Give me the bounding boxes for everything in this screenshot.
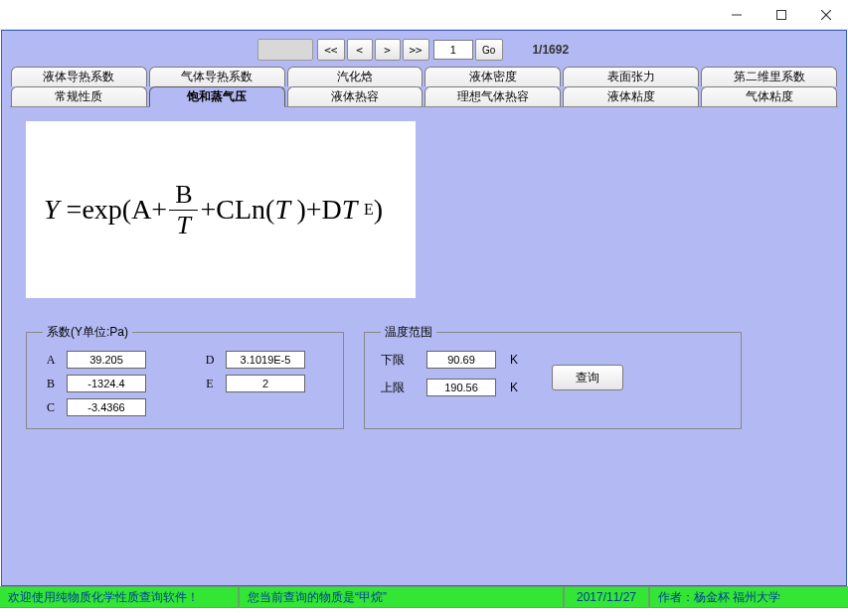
coef-c-input[interactable]: [67, 398, 146, 416]
coef-b-label: B: [43, 377, 59, 391]
coefficients-group: 系数(Y单位:Pa) A D B E C: [26, 324, 344, 429]
range-lower-unit: K: [510, 353, 522, 367]
query-button[interactable]: 查询: [552, 365, 623, 390]
tab-second-virial[interactable]: 第二维里系数: [701, 67, 837, 86]
coef-d-label: D: [202, 353, 218, 368]
record-counter: 1/1692: [511, 43, 591, 57]
tab-liquid-conductivity[interactable]: 液体导热系数: [11, 67, 147, 86]
tab-row-1: 液体导热系数 气体导热系数 汽化焓 液体密度 表面张力 第二维里系数: [2, 67, 846, 86]
window-titlebar: [0, 0, 848, 30]
coef-e-input[interactable]: [226, 375, 305, 392]
tab-liquid-density[interactable]: 液体密度: [424, 67, 561, 86]
svg-rect-1: [776, 10, 785, 19]
main-frame: << < > >> Go 1/1692 液体导热系数 气体导热系数 汽化焓 液体…: [1, 30, 847, 586]
record-navigator: << < > >> Go 1/1692: [2, 31, 846, 67]
tab-liquid-heat-capacity[interactable]: 液体热容: [287, 86, 424, 106]
coefficients-legend: 系数(Y单位:Pa): [43, 324, 132, 341]
nav-last-button[interactable]: >>: [403, 39, 429, 61]
range-upper-input[interactable]: [426, 379, 496, 396]
status-author: 作者：杨金杯 福州大学: [649, 586, 848, 608]
tab-vaporization-enthalpy[interactable]: 汽化焓: [287, 67, 424, 86]
range-lower-label: 下限: [381, 352, 413, 369]
nav-blank: [257, 39, 313, 61]
status-date: 2017/11/27: [564, 586, 649, 608]
coef-a-label: A: [43, 353, 59, 368]
minimize-button[interactable]: [714, 0, 759, 30]
close-button[interactable]: [803, 0, 848, 30]
range-upper-label: 上限: [381, 380, 413, 396]
coef-c-label: C: [43, 400, 59, 415]
tab-gas-viscosity[interactable]: 气体粘度: [701, 86, 837, 106]
page-number-input[interactable]: [433, 40, 473, 60]
status-bar: 欢迎使用纯物质化学性质查询软件！ 您当前查询的物质是“甲烷” 2017/11/2…: [0, 586, 848, 608]
nav-prev-button[interactable]: <: [347, 39, 373, 61]
formula-display: Y =exp(A+ BT +CLn(T )+DT E): [26, 121, 416, 298]
tab-ideal-gas-heat-capacity[interactable]: 理想气体热容: [424, 86, 561, 106]
coef-a-input[interactable]: [67, 351, 146, 369]
range-lower-input[interactable]: [426, 351, 496, 369]
tab-surface-tension[interactable]: 表面张力: [563, 67, 699, 86]
coef-e-label: E: [202, 377, 218, 391]
nav-go-button[interactable]: Go: [475, 39, 503, 61]
coef-d-input[interactable]: [226, 351, 305, 369]
tab-saturated-vapor-pressure[interactable]: 饱和蒸气压: [149, 86, 285, 106]
tab-general-props[interactable]: 常规性质: [11, 86, 147, 106]
tab-liquid-viscosity[interactable]: 液体粘度: [563, 86, 699, 106]
maximize-button[interactable]: [759, 0, 803, 30]
status-current-substance: 您当前查询的物质是“甲烷”: [239, 586, 564, 608]
temperature-range-group: 温度范围 下限 K 上限 K 查询: [364, 324, 742, 429]
content-panel: Y =exp(A+ BT +CLn(T )+DT E) 系数(Y单位:Pa) A…: [10, 106, 838, 577]
nav-first-button[interactable]: <<: [317, 39, 344, 61]
status-welcome: 欢迎使用纯物质化学性质查询软件！: [0, 586, 239, 608]
range-legend: 温度范围: [381, 324, 436, 341]
range-upper-unit: K: [510, 381, 522, 394]
coef-b-input[interactable]: [67, 375, 146, 392]
tab-row-2: 常规性质 饱和蒸气压 液体热容 理想气体热容 液体粘度 气体粘度: [2, 86, 846, 106]
tab-gas-conductivity[interactable]: 气体导热系数: [149, 67, 285, 86]
nav-next-button[interactable]: >: [375, 39, 401, 61]
